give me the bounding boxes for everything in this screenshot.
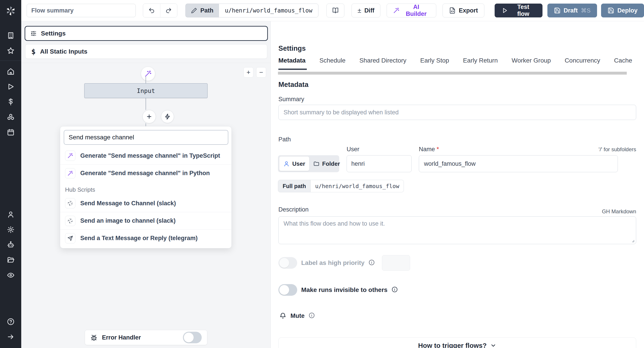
save-icon bbox=[608, 7, 614, 14]
description-label: Description bbox=[278, 206, 308, 213]
favorites-star-icon[interactable] bbox=[0, 43, 21, 58]
runs-play-icon[interactable] bbox=[0, 79, 21, 94]
expand-sidebar-arrow-icon[interactable] bbox=[0, 329, 21, 345]
full-path-badge: Full path bbox=[278, 180, 310, 192]
bell-icon bbox=[279, 312, 286, 319]
full-path-value: u/henri/world_famous_flow bbox=[310, 180, 404, 192]
plus-icon bbox=[146, 114, 152, 120]
hub-scripts-section-label: Hub Scripts bbox=[60, 182, 232, 194]
windmill-logo-icon[interactable] bbox=[0, 0, 21, 21]
help-icon[interactable] bbox=[0, 314, 21, 329]
tab-concurrency[interactable]: Concurrency bbox=[564, 57, 600, 68]
tab-shared-directory[interactable]: Shared Directory bbox=[359, 57, 406, 68]
add-step-button[interactable] bbox=[142, 110, 156, 123]
how-to-trigger-flows-expander[interactable]: How to trigger flows? bbox=[278, 338, 636, 348]
docs-book-button[interactable] bbox=[326, 3, 344, 17]
invisible-runs-toggle[interactable] bbox=[278, 284, 297, 296]
diff-button[interactable]: ± Diff bbox=[352, 3, 380, 17]
path-user-input[interactable] bbox=[346, 155, 412, 172]
audit-eye-icon[interactable] bbox=[0, 268, 21, 283]
user-icon bbox=[283, 161, 290, 167]
resources-cubes-icon[interactable] bbox=[0, 109, 21, 125]
redo-icon bbox=[165, 7, 172, 14]
draft-button[interactable]: Draft ⌘S bbox=[548, 3, 597, 17]
undo-icon bbox=[148, 7, 155, 14]
hub-script-item[interactable]: Send an image to channel (slack) bbox=[60, 212, 232, 229]
path-section-label: Path bbox=[278, 136, 291, 143]
path-value[interactable]: u/henri/world_famous_flow bbox=[219, 3, 318, 17]
priority-value-input[interactable] bbox=[382, 255, 410, 271]
sliders-icon bbox=[30, 30, 37, 37]
trigger-zap-button[interactable] bbox=[161, 110, 174, 123]
active-tab-underline bbox=[278, 69, 307, 70]
mute-label: Mute bbox=[290, 313, 304, 319]
redo-button[interactable] bbox=[160, 4, 177, 17]
schedules-calendar-icon[interactable] bbox=[0, 125, 21, 140]
tab-worker-group[interactable]: Worker Group bbox=[512, 57, 551, 68]
tab-cache[interactable]: Cache bbox=[614, 57, 632, 68]
undo-button[interactable] bbox=[143, 4, 160, 17]
slack-icon bbox=[65, 216, 75, 226]
ai-flow-wand-button[interactable] bbox=[141, 67, 155, 81]
workers-robot-icon[interactable] bbox=[0, 237, 21, 252]
tabs-horizontal-scrollbar[interactable] bbox=[278, 72, 627, 75]
all-static-inputs-node[interactable]: $ All Static Inputs bbox=[25, 44, 267, 59]
user-column-label: User bbox=[346, 146, 359, 153]
info-icon[interactable] bbox=[392, 286, 398, 294]
edit-path-button[interactable]: Path bbox=[185, 3, 219, 17]
flow-edge bbox=[146, 76, 146, 83]
info-icon[interactable] bbox=[308, 312, 315, 319]
owner-kind-toggle: User Folder bbox=[278, 155, 339, 172]
workspace-building-icon[interactable] bbox=[0, 28, 21, 43]
high-priority-row: Label as high priority bbox=[278, 255, 410, 271]
flow-editor-panel: Settings $ All Static Inputs + − Input G… bbox=[21, 21, 271, 348]
metadata-heading: Metadata bbox=[278, 81, 308, 89]
generate-python-item[interactable]: Generate "Send message channel" in Pytho… bbox=[60, 165, 232, 182]
tab-early-stop[interactable]: Early Stop bbox=[420, 57, 449, 68]
error-handler-toggle[interactable] bbox=[183, 332, 202, 343]
tab-early-return[interactable]: Early Return bbox=[463, 57, 498, 68]
invisible-runs-row: Make runs invisible to others bbox=[278, 282, 398, 298]
magic-wand-icon bbox=[393, 7, 399, 14]
hub-script-item[interactable]: Send Message to Channel (slack) bbox=[60, 194, 232, 212]
step-search-dropdown: Generate "Send message channel" in TypeS… bbox=[60, 126, 232, 248]
open-book-icon bbox=[332, 7, 339, 14]
home-icon[interactable] bbox=[0, 64, 21, 79]
path-label: Path bbox=[200, 7, 214, 14]
deploy-button[interactable]: Deploy bbox=[601, 3, 644, 17]
slack-icon bbox=[65, 198, 75, 208]
bug-icon bbox=[90, 334, 98, 341]
telegram-send-icon bbox=[65, 233, 75, 243]
subfolders-hint: '/' for subfolders bbox=[598, 146, 636, 153]
owner-kind-folder-button[interactable]: Folder bbox=[309, 157, 344, 171]
ai-builder-button[interactable]: AI Builder bbox=[386, 3, 436, 17]
input-node[interactable]: Input bbox=[84, 83, 208, 98]
settings-gear-icon[interactable] bbox=[0, 222, 21, 237]
owner-kind-user-button[interactable]: User bbox=[279, 157, 309, 171]
tab-metadata[interactable]: Metadata bbox=[278, 57, 306, 68]
variables-dollar-icon[interactable] bbox=[0, 94, 21, 109]
draft-shortcut: ⌘S bbox=[581, 7, 590, 14]
summary-input[interactable] bbox=[278, 105, 636, 120]
settings-tabs: Metadata Schedule Shared Directory Early… bbox=[278, 57, 643, 68]
test-flow-button[interactable]: Test flow bbox=[495, 3, 542, 17]
flow-summary-input[interactable] bbox=[26, 4, 136, 17]
topbar: Path u/henri/world_famous_flow ± Diff AI… bbox=[21, 0, 644, 21]
users-person-icon[interactable] bbox=[0, 207, 21, 222]
step-search-input[interactable] bbox=[64, 130, 228, 145]
error-handler-node[interactable]: Error Handler bbox=[85, 330, 207, 345]
mute-row: Mute bbox=[279, 310, 315, 322]
folders-icon[interactable] bbox=[0, 252, 21, 268]
path-name-input[interactable] bbox=[419, 155, 618, 172]
generate-typescript-item[interactable]: Generate "Send message channel" in TypeS… bbox=[60, 147, 232, 165]
info-icon[interactable] bbox=[368, 259, 375, 266]
high-priority-toggle[interactable] bbox=[278, 257, 297, 269]
hub-script-item[interactable]: Send a Text Message or Reply (telegram) bbox=[60, 229, 232, 247]
zoom-out-button[interactable]: − bbox=[256, 67, 266, 77]
markdown-hint: GH Markdown bbox=[602, 208, 636, 215]
export-button[interactable]: Export bbox=[442, 3, 484, 17]
flow-settings-node[interactable]: Settings bbox=[24, 26, 268, 41]
tab-schedule[interactable]: Schedule bbox=[319, 57, 346, 68]
description-textarea[interactable] bbox=[278, 216, 636, 244]
zoom-in-button[interactable]: + bbox=[244, 67, 253, 77]
